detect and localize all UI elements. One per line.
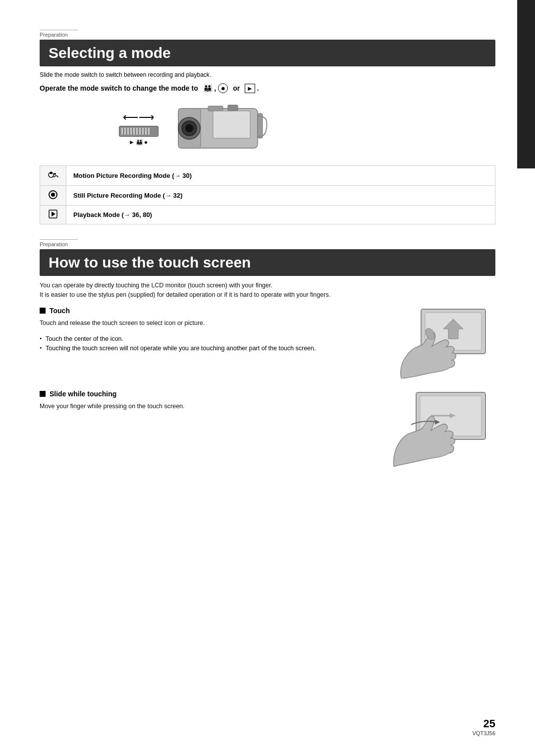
touch-description: Touch and release the touch screen to se…	[40, 319, 376, 328]
black-square-icon2	[40, 391, 46, 397]
slide-title: Slide while touching	[40, 390, 376, 398]
mode-icon-cell	[40, 206, 66, 224]
slide-text: Slide while touching Move your finger wh…	[40, 390, 386, 418]
touch-text: Touch Touch and release the touch screen…	[40, 307, 386, 353]
page: Preparation Selecting a mode Slide the m…	[0, 0, 535, 756]
play-icon-inline: ►	[245, 84, 255, 93]
bullet-item: Touch the center of the icon.	[40, 334, 376, 344]
touch-illustration	[386, 307, 490, 378]
svg-point-10	[50, 172, 53, 174]
svg-point-13	[51, 193, 55, 197]
or-text: or	[233, 84, 240, 92]
mode-table: Motion Picture Recording Mode (→ 30) Sti…	[40, 165, 495, 224]
slide-illustration	[386, 390, 490, 467]
section1-subtitle: Slide the mode switch to switch between …	[40, 71, 495, 78]
mode-icons-row: ►👪●	[129, 139, 149, 146]
bullet-item: Touching the touch screen will not opera…	[40, 344, 376, 353]
comma-separator: ,	[214, 84, 218, 92]
switch-body	[119, 126, 159, 137]
section-touch-screen: Preparation How to use the touch screen …	[40, 239, 495, 468]
motion-mode-text: Motion Picture Recording Mode (→ 30)	[66, 166, 495, 186]
svg-rect-6	[228, 105, 238, 111]
table-row: Playback Mode (→ 36, 80)	[40, 206, 495, 224]
mode-icon-cell	[40, 186, 66, 206]
doc-code: VQT3J56	[473, 730, 495, 736]
motion-icon	[47, 170, 59, 180]
still-mode-text: Still Picture Recording Mode (→ 32)	[66, 186, 495, 206]
diagram-area: ⟵⟶ ►👪●	[119, 101, 495, 156]
operate-line: Operate the mode switch to change the mo…	[40, 83, 495, 93]
slide-image	[386, 390, 495, 468]
slide-description: Move your finger while pressing on the t…	[40, 402, 376, 411]
side-bar-decoration	[517, 0, 535, 168]
section1-label: Preparation	[40, 30, 78, 38]
table-row: Still Picture Recording Mode (→ 32)	[40, 186, 495, 206]
photo-icon	[48, 190, 58, 200]
section2-header: How to use the touch screen	[40, 249, 495, 276]
slide-subsection: Slide while touching Move your finger wh…	[40, 390, 495, 468]
camera-svg	[173, 101, 272, 156]
operate-text: Operate the mode switch to change the mo…	[40, 84, 198, 92]
svg-marker-15	[52, 212, 55, 216]
touch-title: Touch	[40, 307, 376, 315]
svg-rect-8	[258, 113, 263, 138]
photo-icon-inline: ●	[218, 83, 228, 93]
play-icon	[49, 210, 57, 218]
touch-bullets: Touch the center of the icon. Touching t…	[40, 334, 376, 353]
svg-rect-7	[213, 111, 250, 138]
section2-label: Preparation	[40, 239, 78, 247]
page-number: 25	[473, 717, 495, 730]
black-square-icon	[40, 308, 46, 314]
mode-switch-diagram: ⟵⟶ ►👪●	[119, 111, 159, 146]
touch-subsection: Touch Touch and release the touch screen…	[40, 307, 495, 380]
playback-mode-text: Playback Mode (→ 36, 80)	[66, 206, 495, 224]
svg-point-11	[54, 173, 56, 175]
section-selecting-mode: Preparation Selecting a mode Slide the m…	[40, 30, 495, 224]
svg-rect-5	[208, 106, 223, 111]
svg-point-4	[185, 124, 193, 132]
motion-icon-inline: 👪	[203, 84, 213, 92]
mode-icon-cell	[40, 166, 66, 186]
touch-image	[386, 307, 495, 380]
section1-header: Selecting a mode	[40, 40, 495, 66]
camera-illustration	[173, 101, 272, 156]
arrow-indicator: ⟵⟶	[123, 111, 155, 124]
section2-body: You can operate by directly touching the…	[40, 281, 495, 300]
table-row: Motion Picture Recording Mode (→ 30)	[40, 166, 495, 186]
period: .	[257, 84, 259, 92]
switch-grid	[121, 128, 151, 135]
footer: 25 VQT3J56	[473, 717, 495, 736]
